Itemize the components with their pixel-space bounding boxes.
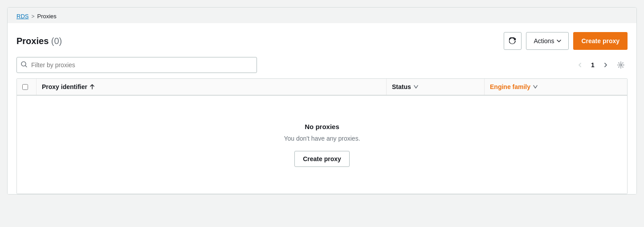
- refresh-icon: [509, 37, 516, 45]
- sort-asc-icon: [90, 84, 94, 89]
- search-container: [16, 57, 257, 73]
- th-checkbox: [17, 79, 37, 95]
- th-engine-family[interactable]: Engine family: [485, 79, 627, 95]
- th-proxy-identifier[interactable]: Proxy identifier: [37, 79, 387, 95]
- sort-desc-icon-status: [414, 85, 418, 89]
- select-all-checkbox[interactable]: [22, 84, 28, 90]
- breadcrumb-rds-link[interactable]: RDS: [16, 13, 29, 20]
- pagination-number: 1: [588, 61, 597, 69]
- th-status[interactable]: Status: [387, 79, 485, 95]
- pagination-controls: 1: [573, 58, 628, 72]
- chevron-left-icon: [578, 62, 582, 68]
- breadcrumb: RDS > Proxies: [8, 8, 636, 23]
- breadcrumb-current: Proxies: [37, 13, 56, 20]
- create-proxy-button[interactable]: Create proxy: [573, 32, 628, 50]
- table: Proxy identifier Status Engine family: [16, 78, 628, 194]
- svg-point-2: [620, 64, 622, 66]
- no-proxies-title: No proxies: [305, 123, 339, 130]
- chevron-right-icon: [604, 62, 607, 68]
- no-proxies-desc: You don't have any proxies.: [284, 135, 360, 142]
- gear-icon: [617, 61, 624, 69]
- column-settings-button[interactable]: [614, 58, 628, 72]
- page-wrapper: RDS > Proxies Proxies (0) Actions: [7, 7, 637, 195]
- chevron-down-icon: [557, 39, 561, 43]
- table-body-empty: No proxies You don't have any proxies. C…: [17, 96, 627, 194]
- header-row: Proxies (0) Actions Create proxy: [16, 32, 628, 50]
- table-header: Proxy identifier Status Engine family: [17, 79, 627, 96]
- search-input[interactable]: [16, 57, 257, 73]
- search-icon: [21, 61, 27, 69]
- title-count: (0): [51, 36, 62, 46]
- search-row: 1: [16, 57, 628, 78]
- empty-create-proxy-button[interactable]: Create proxy: [294, 151, 350, 167]
- svg-line-1: [25, 66, 27, 67]
- actions-button[interactable]: Actions: [526, 32, 569, 50]
- sort-desc-icon-engine: [533, 85, 538, 89]
- header-actions: Actions Create proxy: [504, 32, 628, 50]
- page-title: Proxies (0): [16, 36, 62, 46]
- breadcrumb-separator: >: [31, 13, 34, 20]
- main-content: Proxies (0) Actions Create proxy: [8, 23, 636, 194]
- pagination-prev-button[interactable]: [573, 58, 587, 72]
- pagination-next-button[interactable]: [599, 58, 612, 72]
- refresh-button[interactable]: [504, 32, 522, 50]
